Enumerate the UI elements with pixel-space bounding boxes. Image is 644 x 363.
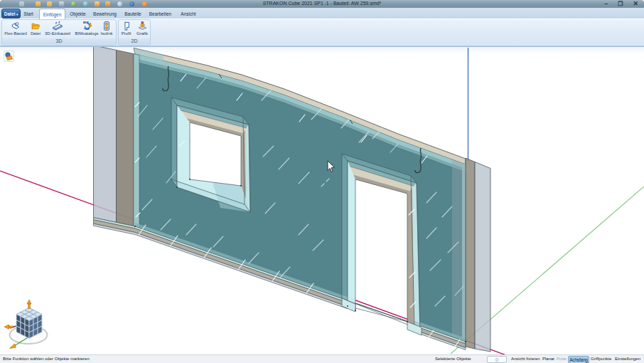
svg-text:3D: 3D (141, 21, 144, 24)
